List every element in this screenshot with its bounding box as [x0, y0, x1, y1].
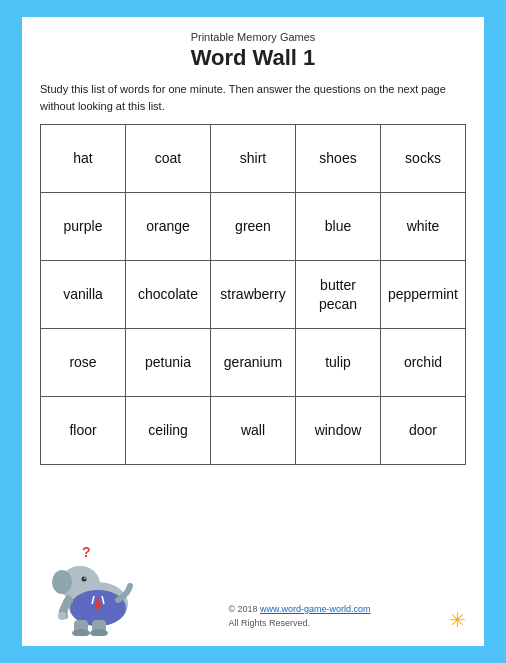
table-cell: orange [126, 193, 211, 261]
svg-point-8 [58, 612, 66, 620]
table-cell: geranium [211, 329, 296, 397]
instructions-text: Study this list of words for one minute.… [40, 81, 466, 114]
svg-point-2 [52, 570, 72, 594]
table-cell: wall [211, 397, 296, 465]
table-cell: vanilla [41, 261, 126, 329]
table-cell: white [381, 193, 466, 261]
table-cell: petunia [126, 329, 211, 397]
table-cell: chocolate [126, 261, 211, 329]
footer: ? [40, 532, 466, 636]
table-cell: tulip [296, 329, 381, 397]
elephant-svg [40, 536, 150, 636]
table-cell: shirt [211, 125, 296, 193]
word-table: hatcoatshirtshoessockspurpleorangegreenb… [40, 124, 466, 465]
table-cell: purple [41, 193, 126, 261]
elephant-illustration: ? [40, 536, 150, 636]
table-cell: rose [41, 329, 126, 397]
table-cell: coat [126, 125, 211, 193]
table-cell: hat [41, 125, 126, 193]
page-container: Printable Memory Games Word Wall 1 Study… [19, 14, 487, 649]
sun-icon: ✳ [449, 608, 466, 636]
copyright-link[interactable]: www.word-game-world.com [260, 604, 371, 614]
svg-point-3 [82, 577, 87, 582]
table-cell: green [211, 193, 296, 261]
table-cell: floor [41, 397, 126, 465]
table-cell: strawberry [211, 261, 296, 329]
table-cell: orchid [381, 329, 466, 397]
svg-point-4 [84, 577, 86, 579]
table-cell: peppermint [381, 261, 466, 329]
table-cell: door [381, 397, 466, 465]
table-cell: blue [296, 193, 381, 261]
table-cell: butterpecan [296, 261, 381, 329]
question-mark: ? [82, 544, 91, 560]
copyright-text: © 2018 www.word-game-world.com All Right… [228, 603, 370, 632]
table-cell: window [296, 397, 381, 465]
table-cell: socks [381, 125, 466, 193]
subtitle: Printable Memory Games [40, 31, 466, 43]
table-cell: shoes [296, 125, 381, 193]
page-title: Word Wall 1 [40, 45, 466, 71]
table-cell: ceiling [126, 397, 211, 465]
